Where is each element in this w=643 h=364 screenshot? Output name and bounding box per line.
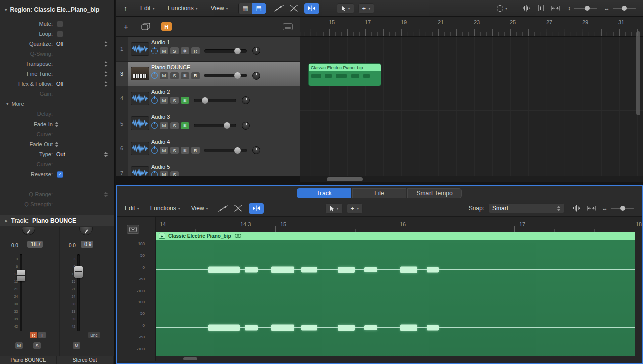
editor-view-menu[interactable]: View ▾ [191,205,208,212]
track-row-piano-bounce[interactable]: 3 Piano BOUNCE M S ❄ R [116,62,300,87]
slider-handle[interactable] [202,97,208,104]
volume-slider[interactable] [194,99,236,102]
track-row-audio-4[interactable]: 6 Audio 4 M S ❄ R [116,136,300,161]
solo-button[interactable]: S [170,47,179,54]
functions-menu[interactable]: Functions ▾ [168,5,198,12]
region-inspector-header[interactable]: ▾ Region: Classic Ele...Piano_bip [0,0,114,19]
flex-follow-value[interactable]: Off [56,81,63,87]
track-row-audio-5[interactable]: 7 Audio 5 M S [116,161,300,177]
editor-beat-ruler[interactable]: 1414 315161718 [156,217,642,232]
pan-knob[interactable] [242,96,250,104]
freeze-button[interactable]: ❄ [181,97,189,104]
editor-waveform-zoom-button[interactable] [573,205,581,212]
editor-horizontal-scrollbar[interactable] [183,357,197,360]
editor-region-header[interactable]: ▶ Classic Electric Piano_bip [156,232,635,240]
duplicate-track-button[interactable] [141,23,150,30]
automation-button[interactable] [273,5,284,12]
editor-zoom-to-fit-button[interactable] [587,206,596,211]
type-value[interactable]: Out [56,151,65,157]
horizontal-zoom-slider[interactable] [613,8,636,9]
editor-zoom-slider[interactable] [611,208,634,209]
editor-edit-menu[interactable]: Edit ▾ [125,205,139,212]
add-track-button[interactable]: + [124,22,128,31]
volume-value-output[interactable]: -0.9 [81,241,93,248]
solo-button[interactable]: S [170,147,179,154]
pan-knob-output[interactable] [79,227,93,235]
pointer-tool-menu[interactable]: ▾ [337,3,354,14]
grid-view-button[interactable]: ▦ [239,3,252,14]
drag-mode-dropdown[interactable]: ▾ [497,5,507,12]
freeze-button[interactable]: ❄ [181,122,189,129]
arrange-horizontal-scrollbar[interactable] [300,176,643,182]
pan-value-track[interactable]: 0.0 [11,242,18,248]
pan-knob[interactable] [242,122,250,130]
flex-button[interactable] [304,3,319,14]
input-monitor-button[interactable]: I [38,332,46,338]
editor-pointer-tool-menu[interactable]: ▾ [325,203,343,214]
bounce-output-button[interactable]: Bnc [88,332,100,338]
arrange-canvas[interactable]: Classic Electric Piano_bip [300,37,643,176]
track-inspector-header[interactable]: ▸ Track: Piano BOUNCE [0,215,114,226]
record-enable-button[interactable]: R [191,147,200,154]
slider-handle[interactable] [234,48,241,54]
arrange-bar-ruler[interactable]: 151719212325272931 [300,17,643,37]
waveform-zoom-button[interactable] [522,5,530,12]
freeze-button[interactable]: ❄ [181,47,189,54]
slider-handle[interactable] [234,147,241,154]
type-stepper[interactable] [104,152,108,157]
snap-select[interactable]: Smart [488,203,565,213]
editor-functions-menu[interactable]: Functions ▾ [150,205,180,212]
track-on-button[interactable] [151,147,158,154]
tab-file[interactable]: File [352,188,406,198]
pan-value-output[interactable]: 0.0 [69,242,76,248]
pan-knob-track[interactable] [22,227,35,235]
track-on-button[interactable] [151,171,158,176]
hide-window-button[interactable]: ↑ [124,4,127,12]
zoom-to-fit-button[interactable] [551,6,560,11]
track-on-button[interactable] [151,97,158,104]
mute-button[interactable]: M [160,122,168,129]
volume-fader-track[interactable]: 361215212430333942 [11,253,37,333]
edit-menu[interactable]: Edit ▾ [140,5,155,12]
track-row-audio-1[interactable]: 1 Audio 1 M S ❄ R [116,37,300,62]
solo-button[interactable]: S [170,72,179,79]
more-disclosure[interactable]: ▾ More [0,99,114,109]
mute-button-output[interactable]: M [73,342,80,349]
tab-track[interactable]: Track [297,188,351,198]
fader-handle[interactable] [74,266,83,278]
volume-slider[interactable] [204,74,247,77]
mute-button[interactable]: M [160,171,168,177]
editor-command-tool-menu[interactable]: + ▾ [347,203,363,214]
q-range-stepper[interactable] [104,192,108,197]
mute-button[interactable]: M [160,97,168,104]
vertical-zoom-slider[interactable] [574,8,597,9]
volume-fader-output[interactable]: 361215212430333942 [69,253,95,333]
slider-handle[interactable] [622,6,627,11]
track-on-button[interactable] [151,72,158,79]
crossfade-button[interactable] [289,5,298,12]
volume-slider[interactable] [204,49,247,53]
slider-handle[interactable] [224,122,230,129]
region-classic-electric-piano[interactable]: Classic Electric Piano_bip [309,64,381,86]
reverse-checkbox[interactable]: ✓ [57,171,63,178]
quantize-stepper[interactable] [104,41,108,47]
editor-crossfade-button[interactable] [234,205,243,212]
view-menu[interactable]: View ▾ [211,5,228,12]
track-header-config-button[interactable] [283,23,293,30]
mute-button[interactable]: M [160,72,168,79]
region-header[interactable]: Classic Electric Piano_bip [309,64,381,71]
record-enable-button[interactable]: R [191,72,200,79]
hide-tracks-button[interactable]: H [161,22,172,31]
track-on-button[interactable] [151,48,158,54]
volume-value-track[interactable]: -18.7 [27,241,43,248]
solo-button-strip[interactable]: S [33,342,41,349]
quantize-value[interactable]: Off [56,41,63,47]
fader-handle[interactable] [17,270,25,281]
freeze-button[interactable]: ❄ [181,147,189,154]
transpose-stepper[interactable] [104,61,108,67]
mute-checkbox[interactable] [57,21,63,27]
editor-flex-button[interactable] [249,203,264,214]
record-button[interactable]: R [30,332,37,338]
pan-knob[interactable] [252,72,260,80]
flex-follow-stepper[interactable] [104,81,108,87]
